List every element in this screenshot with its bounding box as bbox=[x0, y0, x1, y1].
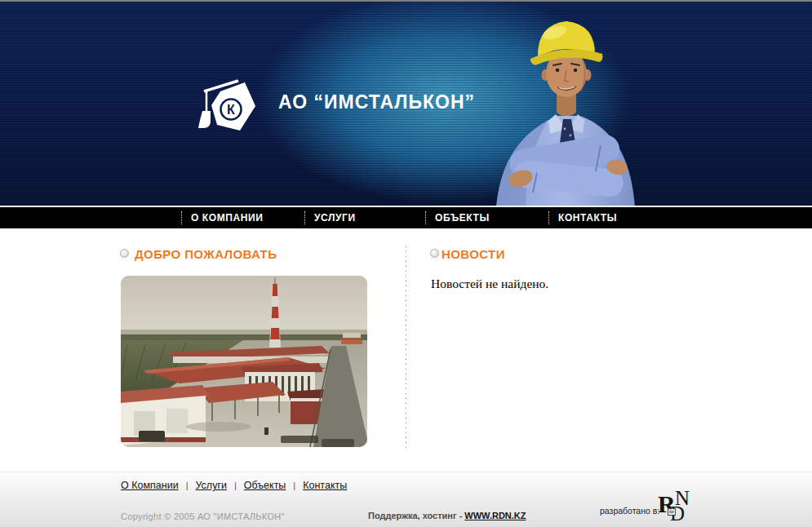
column-dotted-separator bbox=[406, 246, 406, 450]
nav-dotted-separator bbox=[548, 211, 549, 224]
facility-photo bbox=[121, 276, 367, 447]
footer-link-about[interactable]: О Компании bbox=[121, 480, 179, 491]
nav-item-label: ОБЪЕКТЫ bbox=[435, 212, 490, 224]
header-banner: К АО “ИМСТАЛЬКОН” bbox=[0, 2, 812, 206]
sphere-bullet-icon bbox=[430, 249, 439, 258]
footer-link-separator: | bbox=[186, 480, 189, 490]
page: К АО “ИМСТАЛЬКОН” bbox=[0, 0, 812, 527]
developed-by-text: разработано в: bbox=[600, 506, 659, 516]
welcome-heading: ДОБРО ПОЖАЛОВАТЬ bbox=[135, 247, 277, 261]
nav-item-contacts[interactable]: КОНТАКТЫ bbox=[548, 207, 617, 228]
nav-item-objects[interactable]: ОБЪЕКТЫ bbox=[425, 207, 490, 228]
rdn-logo-kz-badge: kz bbox=[668, 508, 676, 516]
main-nav: О КОМПАНИИ УСЛУГИ ОБЪЕКТЫ КОНТАКТЫ bbox=[0, 207, 812, 228]
footer-link-contacts[interactable]: Контакты bbox=[303, 480, 347, 491]
nav-item-services[interactable]: УСЛУГИ bbox=[304, 207, 356, 228]
footer-link-separator: | bbox=[234, 480, 237, 490]
nav-item-label: О КОМПАНИИ bbox=[191, 212, 264, 224]
site-title: АО “ИМСТАЛЬКОН” bbox=[278, 91, 475, 113]
rdn-site-link[interactable]: WWW.RDN.KZ bbox=[464, 511, 526, 520]
nav-dotted-separator bbox=[304, 211, 305, 224]
rdn-logo[interactable]: R N D kz bbox=[658, 489, 697, 527]
footer-link-services[interactable]: Услуги bbox=[195, 480, 226, 491]
support-prefix: Поддержка, хостинг - bbox=[368, 511, 464, 520]
nav-item-about[interactable]: О КОМПАНИИ bbox=[181, 207, 264, 228]
svg-text:К: К bbox=[227, 103, 235, 117]
nav-dotted-separator bbox=[181, 211, 182, 224]
footer-link-objects[interactable]: Объекты bbox=[244, 480, 286, 491]
nav-item-label: УСЛУГИ bbox=[314, 212, 356, 224]
sphere-bullet-icon bbox=[120, 249, 129, 258]
footer-links: О Компании|Услуги|Объекты|Контакты bbox=[121, 480, 347, 491]
support-text: Поддержка, хостинг - WWW.RDN.KZ bbox=[368, 511, 526, 520]
company-logo-icon: К bbox=[193, 70, 266, 145]
nav-dotted-separator bbox=[425, 211, 426, 224]
copyright-text: Copyright © 2005 АО "ИМСТАЛЬКОН" bbox=[121, 512, 285, 521]
worker-photo bbox=[478, 5, 654, 206]
nav-item-label: КОНТАКТЫ bbox=[558, 212, 617, 224]
footer-link-separator: | bbox=[293, 480, 295, 490]
news-heading: НОВОСТИ bbox=[441, 247, 505, 261]
footer: О Компании|Услуги|Объекты|Контакты Copyr… bbox=[0, 472, 812, 527]
news-empty-message: Новостей не найдено. bbox=[431, 277, 548, 291]
